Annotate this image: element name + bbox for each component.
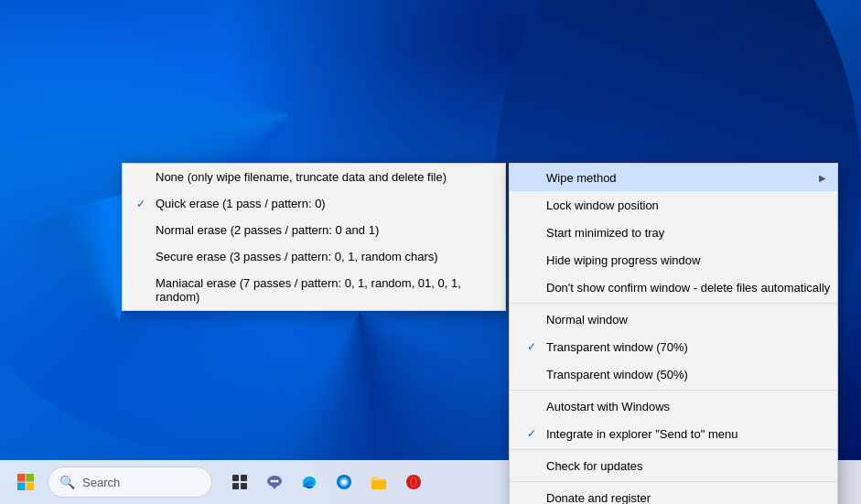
submenu-item-label-quick-erase: Quick erase (1 pass / pattern: 0) <box>156 197 326 210</box>
submenu-item-quick-erase[interactable]: ✓Quick erase (1 pass / pattern: 0) <box>123 190 505 217</box>
menu-item-start-minimized[interactable]: Start minimized to tray <box>510 219 837 246</box>
check-hide-progress <box>524 252 539 267</box>
menu-label-integrate-explorer: Integrate in explorer "Send to" menu <box>546 427 737 441</box>
svg-rect-7 <box>241 483 247 489</box>
chat-icon <box>265 473 284 491</box>
menu-label-donate: Donate and register <box>546 491 651 505</box>
chat-button[interactable] <box>258 466 291 499</box>
search-label: Search <box>82 476 120 489</box>
svg-point-11 <box>274 480 276 483</box>
svg-rect-6 <box>232 483 239 489</box>
opera-button[interactable] <box>397 466 430 499</box>
menu-label-check-updates: Check for updates <box>546 459 643 473</box>
edge-button[interactable] <box>293 466 326 499</box>
menu-item-normal-window[interactable]: Normal window <box>510 306 837 333</box>
menu-item-dont-show-confirm[interactable]: Don't show confirm window - delete files… <box>510 273 837 304</box>
svg-rect-16 <box>371 479 386 489</box>
submenu-item-normal-erase[interactable]: Normal erase (2 passes / pattern: 0 and … <box>123 217 505 243</box>
svg-rect-5 <box>241 475 247 481</box>
submenu-item-label-secure-erase: Secure erase (3 passes / pattern: 0, 1, … <box>156 250 438 263</box>
svg-rect-0 <box>17 474 26 482</box>
desktop: None (only wipe filename, truncate data … <box>0 0 861 504</box>
submenu-item-label-maniacal-erase: Maniacal erase (7 passes / pattern: 0, 1… <box>156 276 490 304</box>
menu-item-donate[interactable]: Donate and register <box>510 484 837 504</box>
menu-label-start-minimized: Start minimized to tray <box>546 226 664 240</box>
svg-rect-1 <box>27 474 35 482</box>
menu-label-normal-window: Normal window <box>546 313 628 327</box>
submenu-item-secure-erase[interactable]: Secure erase (3 passes / pattern: 0, 1, … <box>123 243 505 270</box>
submenu-item-label-none: None (only wipe filename, truncate data … <box>156 170 447 184</box>
svg-point-15 <box>342 480 347 485</box>
menu-label-transparent-70: Transparent window (70%) <box>546 340 688 354</box>
check-donate <box>524 490 539 504</box>
submenu-arrow-wipe-method: ▶ <box>819 173 826 183</box>
search-bar[interactable]: 🔍 Search <box>48 466 212 498</box>
windows-icon <box>16 473 35 491</box>
submenu-item-maniacal-erase[interactable]: Maniacal erase (7 passes / pattern: 0, 1… <box>123 270 505 310</box>
menu-label-autostart: Autostart with Windows <box>546 400 670 413</box>
check-icon-quick-erase: ✓ <box>134 197 148 211</box>
menu-item-lock-window[interactable]: Lock window position <box>510 191 837 219</box>
check-check-updates <box>524 458 539 473</box>
menu-label-lock-window: Lock window position <box>546 198 659 212</box>
svg-point-10 <box>271 480 274 483</box>
check-start-minimized <box>524 225 539 240</box>
svg-rect-4 <box>232 475 239 481</box>
menu-item-hide-progress[interactable]: Hide wiping progress window <box>510 246 837 273</box>
check-dont-show-confirm <box>524 280 539 295</box>
edge-icon <box>300 473 318 491</box>
svg-rect-3 <box>27 483 35 491</box>
cortana-icon <box>335 473 353 491</box>
check-lock-window <box>524 198 539 212</box>
check-wipe-method <box>524 170 539 185</box>
submenu-wipe-method: None (only wipe filename, truncate data … <box>122 163 506 311</box>
opera-icon <box>404 473 423 491</box>
check-transparent-50 <box>524 367 539 381</box>
svg-rect-2 <box>17 483 26 491</box>
check-normal-window <box>524 312 539 327</box>
cortana-button[interactable] <box>328 466 361 499</box>
explorer-icon <box>370 473 388 491</box>
menu-item-check-updates[interactable]: Check for updates <box>510 452 837 482</box>
menu-label-transparent-50: Transparent window (50%) <box>546 368 688 381</box>
svg-point-12 <box>276 480 279 483</box>
start-button[interactable] <box>11 467 40 497</box>
task-view-icon <box>231 474 248 490</box>
submenu-item-none[interactable]: None (only wipe filename, truncate data … <box>123 164 505 190</box>
search-icon: 🔍 <box>59 475 75 489</box>
check-icon-normal-erase <box>134 223 148 238</box>
task-view-button[interactable] <box>223 466 256 499</box>
submenu-item-label-normal-erase: Normal erase (2 passes / pattern: 0 and … <box>156 223 379 237</box>
context-menu: Wipe method▶Lock window positionStart mi… <box>509 163 838 504</box>
check-icon-maniacal-erase <box>134 283 148 297</box>
svg-point-19 <box>412 478 415 487</box>
menu-item-integrate-explorer[interactable]: ✓Integrate in explorer "Send to" menu <box>510 420 837 450</box>
menu-item-autostart[interactable]: Autostart with Windows <box>510 392 837 420</box>
check-transparent-70: ✓ <box>524 339 539 354</box>
check-autostart <box>524 399 539 413</box>
check-integrate-explorer: ✓ <box>524 426 539 441</box>
svg-marker-9 <box>272 486 277 489</box>
menu-item-wipe-method[interactable]: Wipe method▶ <box>510 164 837 191</box>
menu-item-transparent-50[interactable]: Transparent window (50%) <box>510 360 837 391</box>
menu-label-wipe-method: Wipe method <box>546 171 617 185</box>
menu-item-transparent-70[interactable]: ✓Transparent window (70%) <box>510 333 837 360</box>
taskbar-icons <box>223 466 430 499</box>
check-icon-secure-erase <box>134 250 148 264</box>
explorer-button[interactable] <box>362 466 395 499</box>
menu-label-dont-show-confirm: Don't show confirm window - delete files… <box>546 281 830 295</box>
menu-label-hide-progress: Hide wiping progress window <box>546 253 700 267</box>
check-icon-none <box>134 170 148 185</box>
